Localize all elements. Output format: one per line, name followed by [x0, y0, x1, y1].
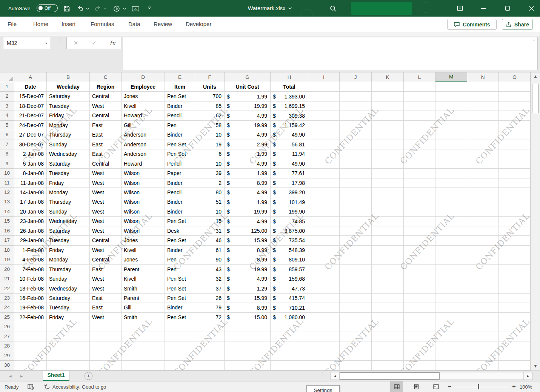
- collapse-formula-bar-icon[interactable]: ⌃: [531, 39, 537, 44]
- cell-H8[interactable]: $11.94: [271, 149, 308, 159]
- cell-H4[interactable]: $309.38: [271, 111, 308, 120]
- document-title-button[interactable]: Watermark.xlsx: [248, 0, 292, 17]
- cell-F8[interactable]: 6: [195, 149, 225, 159]
- row-header-5[interactable]: 5: [0, 121, 14, 130]
- cell-L26[interactable]: [404, 322, 435, 332]
- cell-I17[interactable]: [308, 236, 340, 245]
- cell-N19[interactable]: [467, 255, 499, 264]
- cell-B22[interactable]: Wednesday: [47, 284, 90, 294]
- cell-K17[interactable]: [372, 236, 404, 245]
- cell-E29[interactable]: [165, 351, 195, 361]
- row-header-14[interactable]: 14: [0, 207, 14, 217]
- cell-A21[interactable]: 10-Feb-08: [14, 274, 47, 284]
- column-header-O[interactable]: O: [499, 72, 531, 82]
- cell-E23[interactable]: Pen Set: [165, 294, 195, 303]
- cell-D4[interactable]: Howard: [122, 111, 165, 120]
- close-button[interactable]: [523, 0, 540, 17]
- cell-C10[interactable]: West: [90, 169, 122, 178]
- cell-N6[interactable]: [467, 130, 499, 140]
- cell-O15[interactable]: [499, 217, 531, 226]
- cell-K29[interactable]: [372, 351, 404, 361]
- cell-K24[interactable]: [372, 303, 404, 312]
- cell-I4[interactable]: [308, 111, 340, 120]
- cell-C5[interactable]: East: [90, 121, 122, 130]
- cancel-icon[interactable]: ✕: [71, 40, 81, 46]
- tab-data[interactable]: Data: [128, 17, 140, 32]
- cell-G27[interactable]: [225, 332, 271, 341]
- cell-M24[interactable]: [435, 303, 467, 312]
- cell-K25[interactable]: [372, 313, 404, 322]
- cell-H16[interactable]: $3,875.00: [271, 226, 308, 236]
- cell-H7[interactable]: $56.81: [271, 140, 308, 149]
- cell-H18[interactable]: $548.39: [271, 246, 308, 255]
- cell-G18[interactable]: $8.99: [225, 246, 271, 255]
- cell-M3[interactable]: [435, 101, 467, 111]
- cell-A14[interactable]: 20-Jan-08: [14, 207, 47, 217]
- cell-H23[interactable]: $415.74: [271, 294, 308, 303]
- cell-K18[interactable]: [372, 246, 404, 255]
- cell-I25[interactable]: [308, 313, 340, 322]
- cell-N27[interactable]: [467, 332, 499, 341]
- tab-developer[interactable]: Developer: [186, 17, 211, 32]
- cell-F3[interactable]: 85: [195, 101, 225, 111]
- cell-E13[interactable]: Binder: [165, 197, 195, 207]
- cell-O1[interactable]: [499, 82, 531, 92]
- row-header-11[interactable]: 11: [0, 178, 14, 188]
- row-header-26[interactable]: 26: [0, 322, 14, 332]
- cell-O2[interactable]: [499, 92, 531, 101]
- vscroll-down-icon[interactable]: ▼: [531, 364, 540, 368]
- cell-E11[interactable]: Binder: [165, 178, 195, 188]
- cell-M5[interactable]: [435, 121, 467, 130]
- cell-M26[interactable]: [435, 322, 467, 332]
- cell-O4[interactable]: [499, 111, 531, 120]
- cell-K2[interactable]: [372, 92, 404, 101]
- cell-E22[interactable]: Pen Set: [165, 284, 195, 294]
- cell-B29[interactable]: [47, 351, 90, 361]
- tab-insert[interactable]: Insert: [62, 17, 76, 32]
- column-header-B[interactable]: B: [47, 72, 90, 82]
- cell-A24[interactable]: 19-Feb-08: [14, 303, 47, 312]
- maximize-button[interactable]: [499, 0, 516, 17]
- cell-F19[interactable]: 90: [195, 255, 225, 264]
- cell-M25[interactable]: [435, 313, 467, 322]
- horizontal-scrollbar[interactable]: ◂ ▸: [331, 372, 532, 380]
- cell-A7[interactable]: 30-Dec-07: [14, 140, 47, 149]
- cell-O3[interactable]: [499, 101, 531, 111]
- cell-J7[interactable]: [340, 140, 372, 149]
- cell-G29[interactable]: [225, 351, 271, 361]
- cell-E17[interactable]: Pen Set: [165, 236, 195, 245]
- cell-N12[interactable]: [467, 188, 499, 197]
- cell-I20[interactable]: [308, 265, 340, 274]
- row-header-15[interactable]: 15: [0, 217, 14, 226]
- cell-E15[interactable]: Pen Set: [165, 217, 195, 226]
- hscroll-thumb[interactable]: [340, 372, 440, 380]
- cell-I30[interactable]: [308, 361, 340, 370]
- cell-E4[interactable]: Pencil: [165, 111, 195, 120]
- cell-H30[interactable]: [271, 361, 308, 370]
- cell-H25[interactable]: $1,080.00: [271, 313, 308, 322]
- cell-D2[interactable]: Jones: [122, 92, 165, 101]
- column-header-M[interactable]: M: [435, 72, 467, 82]
- cell-C13[interactable]: West: [90, 197, 122, 207]
- cell-N29[interactable]: [467, 351, 499, 361]
- column-header-F[interactable]: F: [195, 72, 225, 82]
- cell-E8[interactable]: Pen Set: [165, 149, 195, 159]
- cell-J11[interactable]: [340, 178, 372, 188]
- cell-I14[interactable]: [308, 207, 340, 217]
- cell-G5[interactable]: $19.99: [225, 121, 271, 130]
- cell-F12[interactable]: 80: [195, 188, 225, 197]
- cell-O20[interactable]: [499, 265, 531, 274]
- cell-K15[interactable]: [372, 217, 404, 226]
- cell-D21[interactable]: Kivell: [122, 274, 165, 284]
- cell-E25[interactable]: Pen Set: [165, 313, 195, 322]
- cell-I22[interactable]: [308, 284, 340, 294]
- cell-K21[interactable]: [372, 274, 404, 284]
- cell-B6[interactable]: Thursday: [47, 130, 90, 140]
- search-button[interactable]: [329, 5, 337, 13]
- cell-C12[interactable]: West: [90, 188, 122, 197]
- row-header-16[interactable]: 16: [0, 226, 14, 236]
- cell-I6[interactable]: [308, 130, 340, 140]
- cell-B26[interactable]: [47, 322, 90, 332]
- cell-O30[interactable]: [499, 361, 531, 370]
- cell-K23[interactable]: [372, 294, 404, 303]
